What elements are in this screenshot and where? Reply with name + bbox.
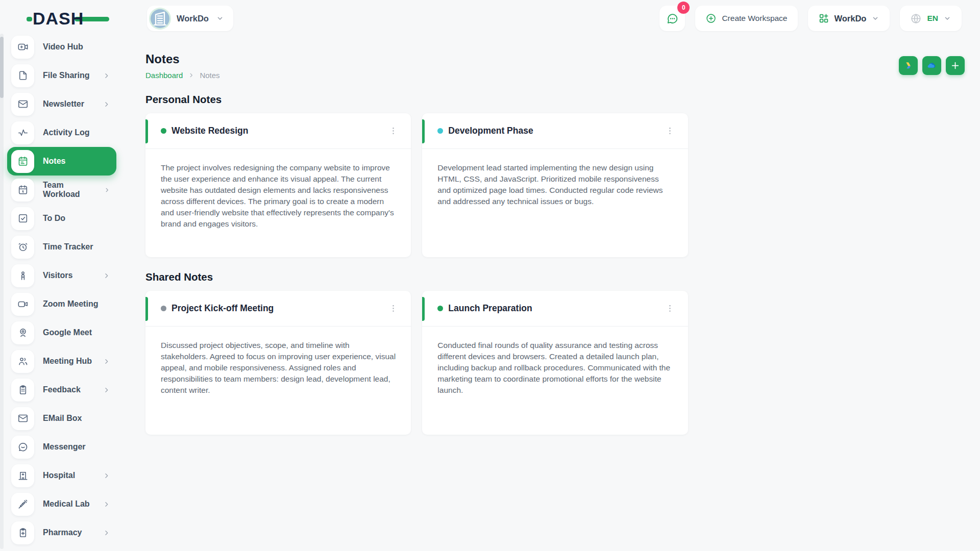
chevron-right-icon	[103, 358, 110, 365]
breadcrumb-dashboard-link[interactable]: Dashboard	[145, 71, 183, 80]
add-note-button[interactable]	[946, 56, 965, 75]
chevron-right-icon	[103, 500, 110, 508]
note-options-button[interactable]	[385, 123, 401, 139]
page-header: Notes Dashboard Notes	[145, 52, 965, 80]
sidebar-item-meeting-hub[interactable]: Meeting Hub	[7, 347, 116, 375]
language-selector[interactable]: EN	[900, 6, 962, 31]
sidebar-item-messenger[interactable]: Messenger	[7, 433, 116, 461]
note-status-dot	[437, 306, 443, 311]
chat-icon	[666, 12, 679, 25]
sidebar-item-pharmacy[interactable]: Pharmacy	[7, 518, 116, 547]
sidebar-item-time-tracker[interactable]: Time Tracker	[7, 233, 116, 261]
note-options-button[interactable]	[663, 123, 678, 139]
sidebar-item-newsletter[interactable]: Newsletter	[7, 90, 116, 118]
section-heading: Personal Notes	[145, 93, 965, 106]
note-status-dot	[161, 128, 166, 134]
sidebar-item-label: Pharmacy	[43, 528, 82, 537]
kebab-menu-icon	[388, 304, 398, 313]
team-workload-icon	[17, 184, 29, 195]
chevron-right-icon	[104, 186, 110, 194]
note-title: Launch Preparation	[448, 303, 532, 314]
note-card-project-kick-off-meeting: Project Kick-off Meeting Discussed proje…	[145, 291, 411, 435]
chevron-right-icon	[103, 386, 110, 394]
chevron-down-icon	[943, 14, 951, 22]
email-box-icon	[17, 413, 29, 424]
sidebar-item-label: Video Hub	[43, 42, 83, 52]
sidebar-item-visitors[interactable]: Visitors	[7, 261, 116, 290]
zoom-meeting-icon	[17, 298, 29, 310]
feedback-icon	[17, 384, 29, 395]
time-tracker-icon	[17, 241, 29, 253]
sidebar-item-google-meet[interactable]: Google Meet	[7, 318, 116, 347]
sidebar-item-label: Messenger	[43, 442, 86, 452]
chevron-down-icon	[871, 14, 879, 22]
file-sharing-icon	[17, 70, 29, 81]
messenger-icon	[17, 441, 29, 453]
notes-grid: Website Redesign The project involves re…	[145, 113, 965, 257]
workspace-selector[interactable]: WorkDo	[147, 6, 233, 31]
sidebar: Video Hub File Sharing Newsletter Activi…	[0, 32, 122, 551]
note-status-dot	[437, 128, 443, 134]
sidebar-item-label: Hospital	[43, 471, 75, 480]
notes-sections: Personal Notes Website Redesign The proj…	[145, 93, 965, 435]
plus-circle-icon	[705, 13, 717, 24]
note-accent-stripe	[145, 119, 148, 143]
note-text: Development lead started implementing th…	[422, 149, 688, 222]
google-drive-button[interactable]	[899, 56, 918, 75]
note-options-button[interactable]	[663, 301, 678, 316]
sidebar-item-team-workload[interactable]: Team Workload	[7, 176, 116, 204]
sidebar-nav: Video Hub File Sharing Newsletter Activi…	[0, 33, 122, 547]
sidebar-item-feedback[interactable]: Feedback	[7, 375, 116, 404]
sidebar-item-label: Feedback	[43, 385, 81, 394]
kebab-menu-icon	[665, 304, 675, 313]
chevron-right-icon	[103, 472, 110, 480]
note-text: The project involves redesigning the com…	[145, 149, 411, 245]
sidebar-item-label: Newsletter	[43, 99, 84, 109]
google-drive-icon	[903, 60, 914, 71]
newsletter-icon	[17, 98, 29, 110]
page-title: Notes	[145, 52, 220, 66]
section-heading: Shared Notes	[145, 271, 965, 283]
building-icon	[151, 9, 169, 28]
sidebar-item-label: File Sharing	[43, 71, 90, 80]
sidebar-item-label: EMail Box	[43, 414, 82, 423]
hospital-icon	[17, 470, 29, 481]
globe-icon	[910, 13, 922, 24]
sidebar-item-file-sharing[interactable]: File Sharing	[7, 61, 116, 90]
chevron-right-icon	[188, 72, 194, 79]
apps-menu-button[interactable]: WorkDo	[808, 6, 890, 31]
sidebar-item-zoom-meeting[interactable]: Zoom Meeting	[7, 290, 116, 318]
pharmacy-icon	[17, 527, 29, 538]
visitors-icon	[17, 270, 29, 281]
note-text: Discussed project objectives, scope, and…	[145, 327, 411, 411]
sidebar-item-activity-log[interactable]: Activity Log	[7, 118, 116, 147]
note-accent-stripe	[422, 297, 425, 321]
sidebar-item-label: Visitors	[43, 271, 72, 280]
note-text: Conducted final rounds of quality assura…	[422, 327, 688, 411]
chevron-right-icon	[103, 272, 110, 280]
create-workspace-button[interactable]: Create Workspace	[695, 6, 797, 31]
messages-button[interactable]: 0	[659, 6, 685, 31]
onedrive-button[interactable]	[922, 56, 941, 75]
sidebar-item-label: To Do	[43, 214, 65, 223]
apps-menu-label: WorkDo	[835, 14, 867, 23]
sidebar-item-label: Notes	[43, 157, 65, 166]
sidebar-item-medical-lab[interactable]: Medical Lab	[7, 490, 116, 518]
sidebar-item-to-do[interactable]: To Do	[7, 204, 116, 233]
messages-badge: 0	[677, 2, 690, 14]
sidebar-item-video-hub[interactable]: Video Hub	[7, 33, 116, 61]
note-options-button[interactable]	[385, 301, 401, 316]
sidebar-item-hospital[interactable]: Hospital	[7, 461, 116, 490]
chevron-down-icon	[216, 14, 224, 22]
onedrive-icon	[926, 60, 937, 71]
sidebar-item-label: Google Meet	[43, 328, 92, 337]
topbar: DASH WorkDo 0 Create Workspace WorkDo EN	[0, 0, 980, 32]
section-shared-notes: Shared Notes Project Kick-off Meeting Di…	[145, 271, 965, 435]
sidebar-item-email-box[interactable]: EMail Box	[7, 404, 116, 433]
topbar-actions: 0 Create Workspace WorkDo EN	[659, 6, 962, 31]
plus-icon	[950, 60, 961, 71]
sidebar-item-notes[interactable]: Notes	[7, 147, 116, 176]
kebab-menu-icon	[665, 126, 675, 136]
note-status-dot	[161, 306, 166, 311]
create-workspace-label: Create Workspace	[722, 14, 787, 23]
